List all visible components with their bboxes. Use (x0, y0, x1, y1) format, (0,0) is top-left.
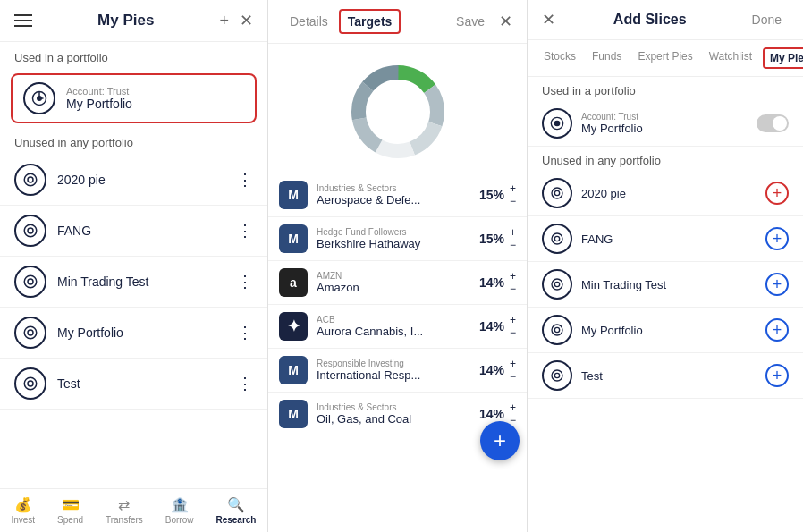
slice-item[interactable]: ✦ ACB Aurora Cannabis, I... 14% + − (268, 304, 527, 348)
slice-decrement-1[interactable]: − (510, 239, 516, 251)
slice-increment-1[interactable]: + (510, 226, 516, 239)
pie-text-myportfolio: My Portfolio (57, 325, 237, 340)
slice-increment-0[interactable]: + (510, 182, 516, 195)
portfolio-item-trust[interactable]: Account: Trust My Portfolio (11, 73, 257, 123)
right-unused-section: Unused in any portfolio (528, 147, 803, 171)
slice-item[interactable]: M Hedge Fund Followers Berkshire Hathawa… (268, 216, 527, 260)
slice-increment-2[interactable]: + (510, 270, 516, 283)
svg-point-21 (554, 121, 559, 125)
add-min-button[interactable]: + (765, 273, 789, 296)
slice-controls-5: + − (510, 401, 516, 427)
used-section-label: Used in a portfolio (0, 42, 267, 70)
invest-icon: 💰 (14, 496, 32, 513)
pie-text-min: Min Trading Test (57, 274, 237, 289)
list-item[interactable]: 2020 pie ⋮ (0, 155, 267, 206)
tab-targets[interactable]: Targets (339, 9, 402, 34)
right-pie-icon-test (542, 360, 572, 391)
slice-increment-4[interactable]: + (510, 358, 516, 370)
transfers-icon: ⇄ (118, 496, 130, 513)
slice-controls-2: + − (510, 270, 516, 296)
slice-info-intl: Responsible Investing International Resp… (317, 359, 469, 382)
svg-point-24 (552, 233, 562, 244)
slice-increment-3[interactable]: + (510, 314, 516, 326)
slice-info-cannabis: ACB Aurora Cannabis, I... (317, 315, 469, 338)
add-test-button[interactable]: + (765, 364, 789, 387)
right-pie-text-fang: FANG (581, 232, 765, 246)
nav-research[interactable]: 🔍 Research (216, 496, 256, 525)
pie-menu-test[interactable]: ⋮ (237, 374, 253, 393)
slice-item[interactable]: M Industries & Sectors Aerospace & Defe.… (268, 173, 527, 216)
right-pie-text-min: Min Trading Test (581, 278, 765, 291)
bottom-nav: 💰 Invest 💳 Spend ⇄ Transfers 🏦 Borrow 🔍 … (0, 488, 267, 532)
slice-letter-cannabis: ✦ (279, 312, 308, 341)
research-icon: 🔍 (227, 496, 245, 513)
save-button[interactable]: Save (449, 11, 492, 32)
slice-info-aerospace: Industries & Sectors Aerospace & Defe... (317, 183, 469, 207)
svg-point-27 (554, 282, 559, 286)
tab-expert-pies[interactable]: Expert Pies (632, 47, 697, 69)
slice-info-oil: Industries & Sectors Oil, Gas, and Coal (317, 402, 469, 426)
nav-spend-label: Spend (57, 515, 83, 525)
nav-invest-label: Invest (11, 515, 35, 525)
slice-controls-0: + − (510, 182, 516, 208)
pie-menu-fang[interactable]: ⋮ (237, 221, 253, 241)
right-list-item-test[interactable]: Test + (528, 353, 803, 399)
tab-funds[interactable]: Funds (587, 47, 627, 69)
right-list-item-2020[interactable]: 2020 pie + (528, 171, 803, 216)
tab-stocks[interactable]: Stocks (538, 47, 581, 69)
tab-my-pies[interactable]: My Pies (763, 47, 803, 69)
pie-menu-min[interactable]: ⋮ (237, 272, 253, 291)
add-slice-fab[interactable]: + (480, 421, 520, 460)
slice-decrement-0[interactable]: − (510, 195, 516, 207)
close-middle-button[interactable]: ✕ (499, 11, 512, 32)
slice-item[interactable]: a AMZN Amazon 14% + − (268, 260, 527, 304)
left-panel: My Pies + ✕ Used in a portfolio Account:… (0, 0, 268, 532)
add-2020-button[interactable]: + (765, 182, 789, 205)
list-item[interactable]: My Portfolio ⋮ (0, 308, 267, 359)
svg-point-5 (28, 228, 33, 233)
svg-point-2 (24, 173, 37, 186)
nav-invest[interactable]: 💰 Invest (11, 496, 35, 525)
right-list-item-min[interactable]: Min Trading Test + (528, 262, 803, 308)
slice-controls-1: + − (510, 226, 516, 252)
svg-point-4 (24, 224, 37, 237)
pie-text-fang: FANG (57, 224, 237, 238)
pie-menu-myportfolio[interactable]: ⋮ (237, 323, 253, 342)
donut-chart (344, 58, 452, 165)
right-portfolio-text: Account: Trust My Portfolio (581, 112, 757, 135)
slice-letter-berkshire: M (279, 224, 308, 253)
right-list-item-myportfolio[interactable]: My Portfolio + (528, 308, 803, 353)
add-fang-button[interactable]: + (765, 227, 789, 250)
nav-borrow-label: Borrow (165, 515, 194, 525)
pie-menu-2020[interactable]: ⋮ (237, 170, 253, 190)
close-pie-button[interactable]: ✕ (240, 11, 253, 30)
slice-item[interactable]: M Responsible Investing International Re… (268, 348, 527, 392)
list-item[interactable]: Test ⋮ (0, 359, 267, 410)
slice-decrement-3[interactable]: − (510, 326, 516, 339)
slice-decrement-4[interactable]: − (510, 370, 516, 383)
portfolio-toggle[interactable] (757, 114, 789, 132)
slice-controls-4: + − (510, 358, 516, 384)
add-myportfolio-button[interactable]: + (765, 318, 789, 342)
list-item[interactable]: FANG ⋮ (0, 206, 267, 257)
donut-svg (344, 58, 452, 165)
tab-watchlist[interactable]: Watchlist (704, 47, 757, 69)
add-pie-button[interactable]: + (219, 12, 229, 30)
right-list-item-fang[interactable]: FANG + (528, 216, 803, 262)
slice-controls-3: + − (510, 314, 516, 340)
list-item[interactable]: Min Trading Test ⋮ (0, 257, 267, 308)
pie-text-test: Test (57, 376, 237, 391)
nav-borrow[interactable]: 🏦 Borrow (165, 496, 194, 525)
tab-details[interactable]: Details (283, 11, 335, 32)
svg-point-6 (24, 275, 37, 288)
right-header: ✕ Add Slices Done (528, 0, 803, 40)
slice-increment-5[interactable]: + (510, 401, 516, 414)
slice-info-berkshire: Hedge Fund Followers Berkshire Hathaway (317, 227, 469, 250)
nav-spend[interactable]: 💳 Spend (57, 496, 83, 525)
slice-decrement-2[interactable]: − (510, 283, 516, 295)
close-right-button[interactable]: ✕ (542, 10, 555, 30)
done-button[interactable]: Done (745, 9, 789, 30)
right-portfolio-item[interactable]: Account: Trust My Portfolio (528, 101, 803, 147)
hamburger-icon[interactable] (14, 14, 32, 27)
nav-transfers[interactable]: ⇄ Transfers (106, 496, 143, 525)
